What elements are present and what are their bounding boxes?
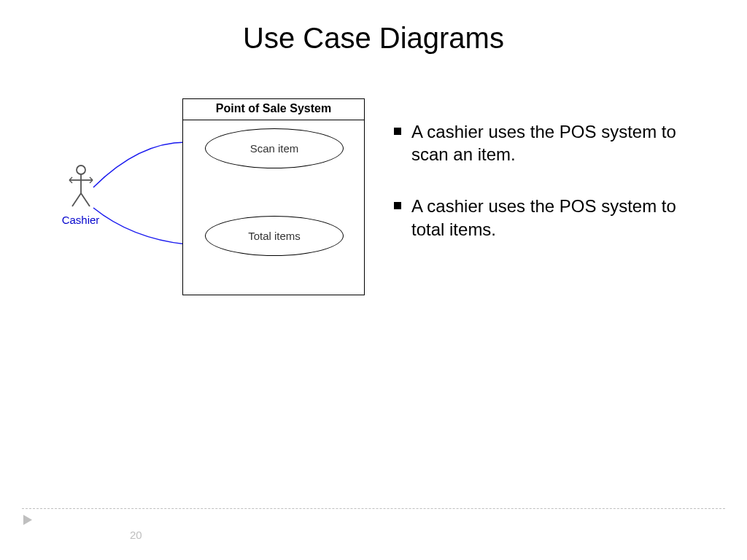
use-case-scan-item: Scan item	[205, 128, 344, 168]
use-case-diagram: Cashier Point of Sale System Scan item T…	[44, 98, 379, 317]
bullet-list: A cashier uses the POS system to scan an…	[379, 98, 703, 317]
bullet-text: A cashier uses the POS system to scan an…	[411, 120, 703, 166]
use-case-total-items: Total items	[205, 216, 344, 256]
page-number: 20	[130, 529, 142, 541]
svg-line-3	[72, 193, 81, 206]
system-boundary: Point of Sale System Scan item Total ite…	[182, 98, 365, 295]
svg-marker-5	[23, 515, 32, 525]
stick-figure-icon	[66, 164, 96, 209]
list-item: A cashier uses the POS system to total i…	[394, 195, 703, 240]
actor-cashier: Cashier	[57, 164, 104, 226]
svg-point-0	[77, 166, 85, 174]
square-bullet-icon	[394, 202, 401, 209]
svg-line-4	[81, 193, 90, 206]
play-triangle-icon	[22, 513, 34, 529]
system-title: Point of Sale System	[183, 99, 364, 120]
slide-title: Use Case Diagrams	[0, 0, 747, 69]
list-item: A cashier uses the POS system to scan an…	[394, 120, 703, 166]
actor-label: Cashier	[57, 214, 104, 226]
bullet-text: A cashier uses the POS system to total i…	[411, 195, 703, 240]
square-bullet-icon	[394, 128, 401, 135]
content-area: Cashier Point of Sale System Scan item T…	[0, 69, 747, 317]
footer-divider	[22, 508, 725, 509]
